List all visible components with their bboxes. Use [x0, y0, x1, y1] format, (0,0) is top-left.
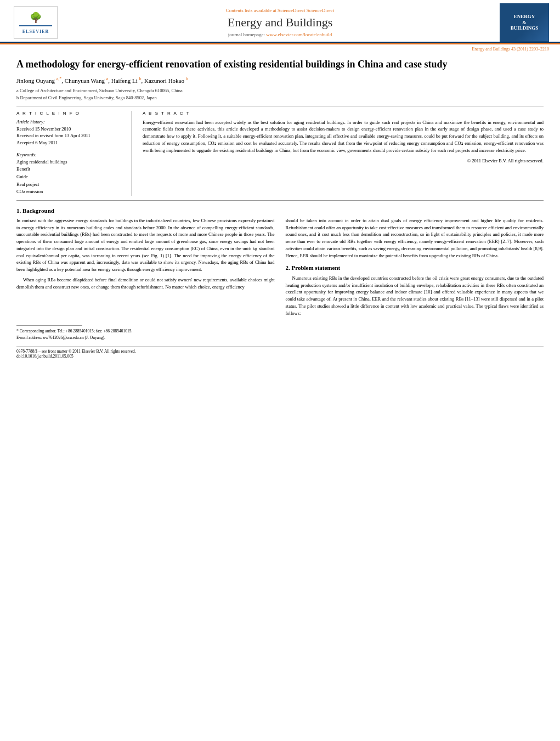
footnote-email: E-mail address: ow7612026@scu.edu.cn (J.… [16, 335, 544, 341]
journal-homepage-link[interactable]: www.elsevier.com/locate/enbuild [266, 32, 332, 37]
elsevier-logo: 🌳 ELSEVIER [11, 6, 60, 39]
elsevier-tree-icon: 🌳 [30, 12, 42, 24]
affiliations: a College of Architecture and Environmen… [16, 87, 544, 101]
keyword-5: CO₂ emission [16, 188, 125, 196]
journal-title: Energy and Buildings [71, 15, 489, 30]
section-1-right-col: should be taken into account in order to… [286, 217, 544, 320]
article-info-bar: Energy and Buildings 43 (2011) 2203–2210 [0, 44, 560, 53]
sciencedirect-text: Contents lists available at ScienceDirec… [71, 8, 489, 13]
header-center: Contents lists available at ScienceDirec… [60, 8, 500, 37]
sciencedirect-link[interactable]: ScienceDirect [307, 8, 334, 13]
copyright: © 2011 Elsevier B.V. All rights reserved… [143, 158, 544, 163]
footer-issn: 0378-7788/$ – see front matter © 2011 El… [16, 349, 544, 354]
section-1-left-col: In contrast with the aggressive energy s… [16, 217, 275, 320]
divider-1 [16, 106, 544, 106]
section-2-para1: Numerous existing RBs in the developed c… [286, 275, 544, 317]
affiliation-b: b Department of Civil Engineering, Saga … [16, 94, 544, 101]
keyword-3: Guide [16, 173, 125, 181]
journal-header: 🌳 ELSEVIER Contents lists available at S… [0, 0, 560, 43]
accepted-date: Accepted 6 May 2011 [16, 139, 125, 146]
section-2-title: 2. Problem statement [286, 263, 544, 273]
authors: Jinlong Ouyang a,*, Chunyuan Wang a, Hai… [16, 76, 544, 84]
article-info-heading: A R T I C L E I N F O [16, 111, 125, 116]
keyword-4: Real project [16, 181, 125, 189]
footer-doi: doi:10.1016/j.enbuild.2011.05.005 [16, 354, 544, 359]
abstract-column: A B S T R A C T Energy-efficient renovat… [143, 111, 544, 196]
elsevier-logo-box: 🌳 ELSEVIER [14, 6, 58, 39]
section-1-body: In contrast with the aggressive energy s… [16, 217, 544, 320]
abstract-text: Energy-efficient renovation had been acc… [143, 119, 544, 154]
journal-homepage: journal homepage: www.elsevier.com/locat… [71, 32, 489, 37]
elsevier-label: ELSEVIER [22, 29, 49, 34]
article-history-title: Article history: [16, 119, 125, 125]
article-info-abstract: A R T I C L E I N F O Article history: R… [16, 111, 544, 196]
section-1-para2: When aging RBs became dilapidated before… [16, 276, 275, 291]
main-content: A methodology for energy-efficient renov… [0, 53, 560, 364]
received-date: Received 15 November 2010 [16, 126, 125, 133]
abstract-heading: A B S T R A C T [143, 111, 544, 116]
article-info-column: A R T I C L E I N F O Article history: R… [16, 111, 132, 196]
divider-2 [16, 200, 544, 201]
keywords-title: Keywords: [16, 152, 125, 157]
section-1-para3: should be taken into account in order to… [286, 217, 544, 259]
section-1-para1: In contrast with the aggressive energy s… [16, 217, 275, 273]
footnote-divider [16, 325, 82, 326]
journal-logo-box: ENERGY & BUILDINGS [500, 3, 549, 42]
section-1-title: 1. Background [16, 207, 544, 214]
page-footer: 0378-7788/$ – see front matter © 2011 El… [16, 346, 544, 359]
footnote-corresponding: * Corresponding author. Tel.: +86 288540… [16, 328, 544, 334]
page: 🌳 ELSEVIER Contents lists available at S… [0, 0, 560, 364]
keyword-2: Benefit [16, 166, 125, 173]
keyword-1: Aging residential buildings [16, 159, 125, 166]
revised-date: Received in revised form 13 April 2011 [16, 132, 125, 139]
article-title: A methodology for energy-efficient renov… [16, 58, 544, 71]
keywords-section: Keywords: Aging residential buildings Be… [16, 152, 125, 196]
affiliation-a: a College of Architecture and Environmen… [16, 87, 544, 94]
